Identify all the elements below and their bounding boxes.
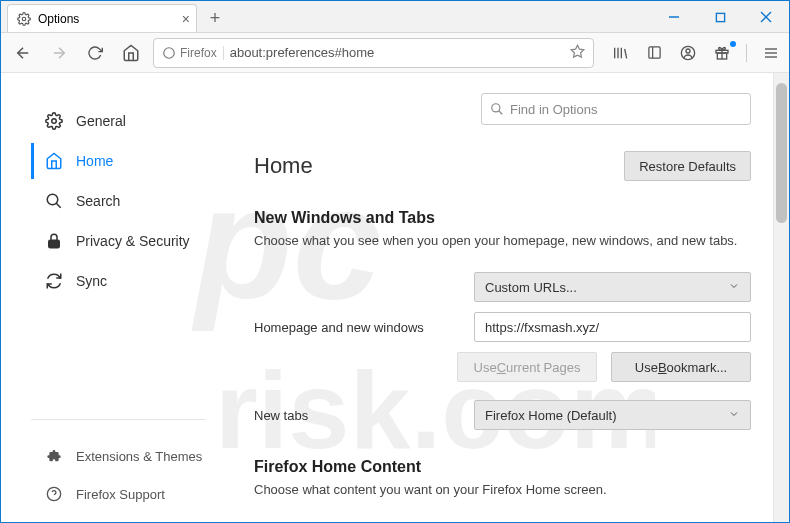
titlebar: Options × + — [1, 1, 789, 33]
svg-line-25 — [56, 203, 61, 208]
maximize-button[interactable] — [697, 1, 743, 33]
bookmark-star-icon[interactable] — [570, 44, 585, 62]
homepage-label: Homepage and new windows — [254, 320, 474, 335]
notification-dot — [730, 41, 736, 47]
select-value: Firefox Home (Default) — [485, 408, 616, 423]
sidebar-item-label: General — [76, 113, 126, 129]
address-text: about:preferences#home — [230, 45, 564, 60]
content-area: pc risk.com General Home — [1, 73, 789, 522]
reload-button[interactable] — [81, 39, 109, 67]
sidebar-item-home[interactable]: Home — [31, 143, 216, 179]
tab-title: Options — [38, 12, 79, 26]
sidebar-item-label: Extensions & Themes — [76, 449, 202, 464]
sidebar-item-general[interactable]: General — [31, 103, 216, 139]
section-desc: Choose what you see when you open your h… — [254, 233, 751, 248]
sidebar-item-search[interactable]: Search — [31, 183, 216, 219]
sidebar-item-label: Sync — [76, 273, 107, 289]
identity-label: Firefox — [180, 46, 217, 60]
identity-box[interactable]: Firefox — [162, 46, 224, 60]
main-content: Find in Options Home Restore Defaults Ne… — [216, 73, 789, 522]
browser-window: Options × + — [0, 0, 790, 523]
sidebar-item-label: Privacy & Security — [76, 233, 190, 249]
sidebar-item-privacy[interactable]: Privacy & Security — [31, 223, 216, 259]
url-bar[interactable]: Firefox about:preferences#home — [153, 38, 594, 68]
page-title: Home — [254, 153, 313, 179]
question-icon — [44, 484, 64, 504]
svg-point-24 — [47, 194, 58, 205]
firefox-icon — [162, 46, 176, 60]
minimize-button[interactable] — [651, 1, 697, 33]
homepage-url-input[interactable] — [474, 312, 751, 342]
chevron-down-icon — [728, 408, 740, 423]
chevron-down-icon — [728, 280, 740, 295]
svg-line-10 — [625, 49, 627, 58]
sidebar-item-label: Search — [76, 193, 120, 209]
tab-strip: Options × + — [1, 1, 229, 32]
select-value: Custom URLs... — [485, 280, 577, 295]
library-icon[interactable] — [610, 43, 630, 63]
svg-marker-6 — [571, 45, 584, 57]
section-desc: Choose what content you want on your Fir… — [254, 482, 751, 497]
preferences-sidebar: General Home Search Privacy & Security — [1, 73, 216, 522]
svg-point-5 — [164, 47, 175, 58]
newtabs-label: New tabs — [254, 408, 474, 423]
window-controls — [651, 1, 789, 32]
restore-defaults-button[interactable]: Restore Defaults — [624, 151, 751, 181]
lock-icon — [44, 231, 64, 251]
sidebar-item-support[interactable]: Firefox Support — [31, 476, 216, 512]
new-tab-button[interactable]: + — [201, 4, 229, 32]
close-window-button[interactable] — [743, 1, 789, 33]
use-current-pages-button[interactable]: Use Current Pages — [457, 352, 597, 382]
menu-icon[interactable] — [761, 43, 781, 63]
sidebar-item-label: Firefox Support — [76, 487, 165, 502]
svg-point-14 — [686, 49, 690, 53]
svg-point-0 — [22, 17, 26, 21]
tab-close-icon[interactable]: × — [182, 11, 190, 27]
forward-button[interactable] — [45, 39, 73, 67]
sidebar-item-sync[interactable]: Sync — [31, 263, 216, 299]
search-placeholder: Find in Options — [510, 102, 597, 117]
sidebar-icon[interactable] — [644, 43, 664, 63]
back-button[interactable] — [9, 39, 37, 67]
find-in-options-input[interactable]: Find in Options — [481, 93, 751, 125]
home-icon — [44, 151, 64, 171]
homepage-mode-select[interactable]: Custom URLs... — [474, 272, 751, 302]
toolbar-separator — [746, 44, 747, 62]
toolbar-icons — [602, 43, 781, 63]
sidebar-separator — [31, 419, 206, 420]
newtabs-mode-select[interactable]: Firefox Home (Default) — [474, 400, 751, 430]
account-icon[interactable] — [678, 43, 698, 63]
section-title: Firefox Home Content — [254, 458, 751, 476]
gear-icon — [44, 111, 64, 131]
tab-options[interactable]: Options × — [7, 4, 197, 32]
sync-icon — [44, 271, 64, 291]
nav-bar: Firefox about:preferences#home — [1, 33, 789, 73]
use-bookmark-button[interactable]: Use Bookmark... — [611, 352, 751, 382]
gift-icon[interactable] — [712, 43, 732, 63]
puzzle-icon — [44, 446, 64, 466]
section-title: New Windows and Tabs — [254, 209, 751, 227]
search-icon — [44, 191, 64, 211]
svg-rect-11 — [648, 47, 659, 58]
svg-rect-2 — [716, 13, 724, 21]
gear-icon — [16, 11, 32, 27]
home-button[interactable] — [117, 39, 145, 67]
svg-line-30 — [499, 111, 503, 115]
search-icon — [490, 102, 504, 116]
svg-point-23 — [52, 119, 57, 124]
sidebar-item-label: Home — [76, 153, 113, 169]
svg-point-29 — [492, 104, 500, 112]
svg-rect-26 — [49, 240, 60, 248]
sidebar-item-extensions[interactable]: Extensions & Themes — [31, 438, 216, 474]
